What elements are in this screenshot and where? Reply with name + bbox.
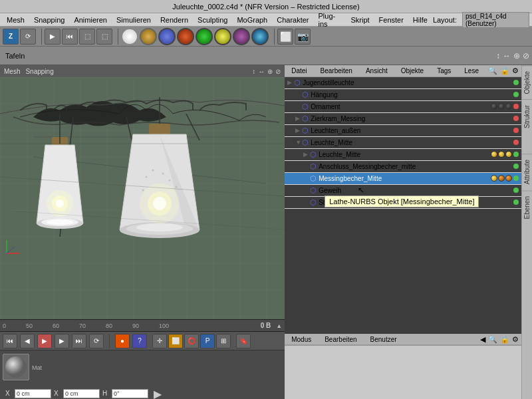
btn-start[interactable]: ⏮ xyxy=(3,334,17,348)
svg-point-21 xyxy=(142,190,144,192)
toolbar-btn-1[interactable]: ▶ xyxy=(45,29,61,45)
tree-item-jugend[interactable]: ▶ ⬡ Jugendstilleuchte xyxy=(285,77,521,89)
tree-icon-leuchmitte2: ⬡ xyxy=(310,150,317,159)
tree-item-messing[interactable]: ⬡ Messingbecher_Mitte xyxy=(285,173,521,185)
btn-P[interactable]: P xyxy=(200,334,215,348)
toolbar-box-btn[interactable]: ⬜ xyxy=(277,29,293,45)
mat-thumb-1[interactable] xyxy=(3,354,29,380)
btn-cross[interactable]: ✛ xyxy=(152,334,167,348)
coord-h-input[interactable] xyxy=(112,389,148,398)
tree-item-ornam[interactable]: ⬡ Ornament xyxy=(285,101,521,113)
layout-selector[interactable]: psd_R14_c4d (Benutzer) xyxy=(462,12,529,28)
toolbar2-icon-move[interactable]: ↕ xyxy=(496,51,500,61)
menu-simulieren[interactable]: Simulieren xyxy=(112,15,155,25)
vp-icon-1[interactable]: ↕ xyxy=(252,68,255,75)
vp-icon-4[interactable]: ⊘ xyxy=(275,68,281,75)
btn-grid[interactable]: ⊞ xyxy=(216,334,231,348)
tree-dots-ornam xyxy=(513,104,519,109)
menu-hilfe[interactable]: Hilfe xyxy=(409,15,432,25)
attr-search-icon[interactable]: 🔍 xyxy=(488,335,497,344)
toolbar-round-btn-4[interactable] xyxy=(177,28,194,45)
toolbar-round-btn-5[interactable] xyxy=(196,28,213,45)
menu-animieren[interactable]: Animieren xyxy=(70,15,111,25)
toolbar-round-btn-7[interactable] xyxy=(233,28,250,45)
menu-mesh[interactable]: Mesh xyxy=(3,15,29,25)
toolbar-btn-2[interactable]: ⏮ xyxy=(62,29,78,45)
side-tab-objekte[interactable]: Objekte xyxy=(522,65,533,99)
tree-item-hang[interactable]: ⬡ Hängung xyxy=(285,89,521,101)
menu-sculpting[interactable]: Sculpting xyxy=(194,15,231,25)
obj-search-icon[interactable]: 🔍 xyxy=(488,66,497,75)
obj-menu-ansicht[interactable]: Ansicht xyxy=(362,66,392,75)
attr-back-icon[interactable]: ◀ xyxy=(480,335,485,344)
tree-item-zierk[interactable]: ▶ ⬡ Zierkram_Messing xyxy=(285,113,521,125)
btn-circle[interactable]: ⭕ xyxy=(184,334,199,348)
btn-bookmark[interactable]: 🔖 xyxy=(236,334,251,348)
menu-plugins[interactable]: Plug-ins xyxy=(315,11,346,29)
attr-menu-modus[interactable]: Modus xyxy=(287,335,315,344)
vp-icon-3[interactable]: ⊕ xyxy=(267,68,273,75)
side-tab-attribute[interactable]: Attribute xyxy=(522,154,533,190)
coord-x-input[interactable] xyxy=(15,389,51,398)
toolbar-btn-anim[interactable]: ⟳ xyxy=(20,29,36,45)
coord-expand-btn[interactable]: ▶ xyxy=(154,388,162,399)
tree-item-leuchauss[interactable]: ▶ ⬡ Leuchten_außen xyxy=(285,125,521,137)
toolbar2-icon-add[interactable]: ⊕ xyxy=(513,51,520,61)
btn-loop[interactable]: ⟳ xyxy=(89,334,104,348)
menu-charakter[interactable]: Charakter xyxy=(273,15,313,25)
attr-panel xyxy=(285,345,521,399)
btn-question[interactable]: ? xyxy=(132,334,147,348)
side-tab-struktur[interactable]: Struktur xyxy=(522,99,533,134)
tree-item-leuchmitte[interactable]: ▼ ⬡ Leuchte_Mitte xyxy=(285,137,521,149)
toolbar-round-btn-3[interactable] xyxy=(158,28,176,45)
obj-menu-objekte[interactable]: Objekte xyxy=(397,66,428,75)
obj-menu-lese[interactable]: Lese xyxy=(460,66,483,75)
side-tab-ebenen[interactable]: Ebenen xyxy=(522,190,533,224)
menu-skript[interactable]: Skript xyxy=(346,15,373,25)
vp-icon-2[interactable]: ↔ xyxy=(258,68,265,75)
attr-menu-bearbeiten[interactable]: Bearbeiten xyxy=(321,335,360,344)
attr-settings-icon[interactable]: ⚙ xyxy=(512,335,519,344)
obj-menu-tags[interactable]: Tags xyxy=(433,66,455,75)
toolbar-round-btn-1[interactable] xyxy=(121,28,138,45)
btn-record[interactable]: ● xyxy=(115,334,130,348)
coord-x2-input[interactable] xyxy=(63,389,100,398)
tick-50: 50 xyxy=(26,323,33,329)
btn-prev[interactable]: ◀ xyxy=(20,334,35,348)
toolbar-round-btn-8[interactable] xyxy=(251,28,269,45)
obj-lock-icon[interactable]: 🔒 xyxy=(500,66,509,75)
attr-menu-benutzer[interactable]: Benutzer xyxy=(366,335,401,344)
mat-label-1: Mat xyxy=(32,364,42,371)
spheres-leuchmitte2 xyxy=(491,151,512,158)
toolbar2-icon-remove[interactable]: ⊘ xyxy=(523,51,529,61)
tree-item-leuchmitte2[interactable]: ▶ ⬡ Leuchte_Mitte xyxy=(285,149,521,161)
btn-next[interactable]: ▶ xyxy=(55,334,69,348)
toolbar2-icon-expand[interactable]: ↔ xyxy=(503,51,511,61)
menu-mograph[interactable]: MoGraph xyxy=(233,15,271,25)
svg-line-30 xyxy=(7,247,15,253)
sphere-leuchmitte2-1 xyxy=(491,151,497,158)
btn-end[interactable]: ⏭ xyxy=(72,334,86,348)
cursor-icon: ↖ xyxy=(358,186,364,195)
tree-item-gewei[interactable]: ⬡ Geweih ↖ Lathe-NURBS Objekt [Messingbe… xyxy=(285,185,521,197)
menu-fenster[interactable]: Fenster xyxy=(375,15,408,25)
obj-menu-bearbeiten[interactable]: Bearbeiten xyxy=(317,66,356,75)
btn-box[interactable]: ⬜ xyxy=(168,334,183,348)
toolbar-round-btn-6[interactable] xyxy=(214,28,231,45)
toolbar-btn-4[interactable]: ⬚ xyxy=(96,29,112,45)
obj-settings-icon[interactable]: ⚙ xyxy=(512,66,519,75)
btn-play[interactable]: ▶ xyxy=(37,334,52,348)
tree-item-stange[interactable]: ⬡ Stange_Mitt xyxy=(285,197,521,209)
toolbar-btn-3[interactable]: ⬚ xyxy=(79,29,95,45)
toolbar-cam-btn[interactable]: 📷 xyxy=(295,29,311,45)
toolbar-round-btn-2[interactable] xyxy=(140,28,157,45)
tree-item-anschluss[interactable]: ⬡ Anschluss_Messingbecher_mitte xyxy=(285,161,521,173)
attr-lock-icon[interactable]: 🔒 xyxy=(500,335,509,344)
menu-snapping[interactable]: Snapping xyxy=(30,15,69,25)
toolbar-btn-z[interactable]: Z xyxy=(3,29,19,45)
tree-label-messing: Messingbecher_Mitte xyxy=(319,175,491,182)
viewport[interactable] xyxy=(0,77,285,319)
timeline-expand-icon[interactable]: ▲ xyxy=(276,323,282,329)
obj-menu-datei[interactable]: Datei xyxy=(287,66,311,75)
menu-rendern[interactable]: Rendern xyxy=(156,15,192,25)
